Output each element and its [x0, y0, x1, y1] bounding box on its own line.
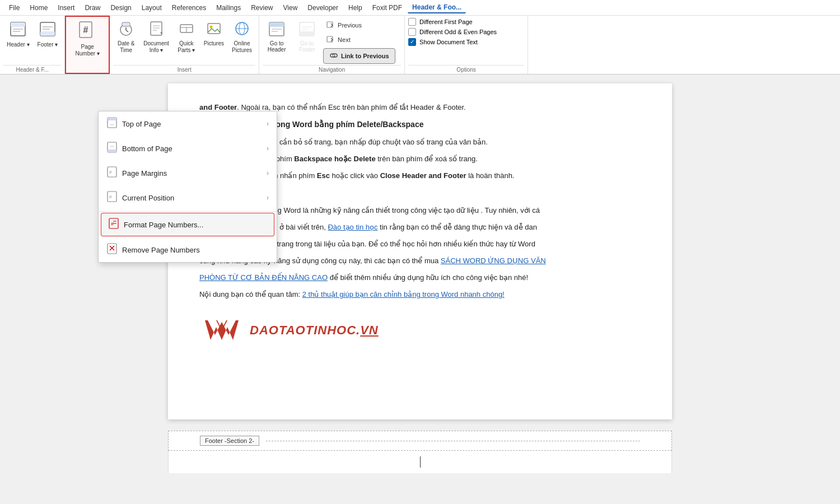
ribbon: Header ▾ Footer ▾ Header & F... # PageNu…: [0, 16, 840, 74]
footer-button[interactable]: Footer ▾: [34, 18, 62, 50]
menubar: File Home Insert Draw Design Layout Refe…: [0, 0, 840, 16]
next-icon: [326, 35, 335, 44]
menu-view[interactable]: View: [279, 3, 302, 13]
svg-text:▾: ▾: [160, 30, 163, 36]
page-number-button[interactable]: # PageNumber ▾: [71, 18, 104, 59]
menu-draw[interactable]: Draw: [80, 3, 105, 13]
header-footer-ribbon-group: Header ▾ Footer ▾ Header & F...: [0, 16, 65, 74]
page-margins-label: Page Margins: [122, 169, 167, 178]
top-of-page-arrow: ›: [267, 120, 269, 128]
footer-area: Footer -Section 2-: [168, 431, 672, 451]
related-text: Nội dung bạn có thể quan tâm:: [199, 290, 302, 298]
book-link[interactable]: SÁCH WORD ỨNG DỤNG VĂN: [441, 256, 546, 265]
check-mark: ✓: [410, 39, 414, 45]
menu-help[interactable]: Help: [344, 3, 367, 13]
format-page-numbers-label: Format Page Numbers...: [124, 221, 203, 229]
show-document-text-box[interactable]: ✓: [408, 38, 416, 46]
daotao-link[interactable]: Đào tạo tin học: [328, 223, 377, 231]
pictures-icon: [206, 20, 222, 39]
phong-link[interactable]: PHÒNG TỪ CƠ BẢN ĐẾN NÂNG CAO: [199, 273, 328, 282]
different-first-page-box[interactable]: [408, 18, 416, 26]
menu-file[interactable]: File: [4, 3, 24, 13]
svg-text:#: #: [111, 221, 114, 227]
link-to-previous-button[interactable]: Link to Previous: [323, 48, 395, 64]
go-to-footer-button[interactable]: Go toFooter: [293, 18, 321, 55]
navigation-ribbon-group: Go toHeader Go toFooter Previous: [259, 16, 405, 74]
dropdown-top-of-page[interactable]: — Top of Page ›: [99, 111, 277, 136]
previous-button[interactable]: Previous: [323, 19, 395, 31]
dropdown-bottom-of-page[interactable]: — Bottom of Page ›: [99, 136, 277, 161]
dropdown-format-page-numbers[interactable]: # Format Page Numbers...: [101, 213, 274, 236]
buoc2-bold: Backspace hoặc Delete: [294, 155, 375, 163]
menu-mailings[interactable]: Mailings: [212, 3, 245, 13]
dropdown-current-position[interactable]: # Current Position ›: [99, 185, 277, 210]
bottom-of-page-arrow: ›: [267, 144, 269, 152]
buoc3-rest2: hoặc click vào: [332, 171, 380, 180]
logo-text: DAOTAOTINHOC.VN: [250, 320, 379, 340]
menu-layout[interactable]: Layout: [137, 3, 166, 13]
buoc3-close: Close Header and Footer: [380, 171, 466, 180]
pn-buttons: # PageNumber ▾: [71, 18, 104, 69]
go-to-header-button[interactable]: Go toHeader: [263, 18, 291, 55]
menu-insert[interactable]: Insert: [53, 3, 79, 13]
online-pictures-label: OnlinePictures: [232, 40, 252, 54]
different-odd-even-box[interactable]: [408, 28, 416, 36]
para1-rest: . Ngoài ra, bạn có thể nhấn Esc trên bàn…: [237, 103, 466, 111]
hf-group-label: Header & F...: [3, 65, 61, 73]
menu-foxit[interactable]: Foxit PDF: [368, 3, 407, 13]
date-time-button[interactable]: Date &Time: [113, 18, 139, 56]
page-number-ribbon-group: # PageNumber ▾: [65, 16, 110, 74]
para1-bold: and Footer: [199, 103, 237, 111]
conc-text7: để biết thêm nhiều ứng dụng hữu ích cho …: [330, 273, 529, 282]
pn-group-label: [71, 71, 104, 72]
svg-rect-38: [108, 118, 116, 120]
svg-rect-32: [300, 31, 314, 36]
show-document-text-checkbox[interactable]: ✓ Show Document Text: [408, 38, 497, 46]
menu-review[interactable]: Review: [246, 3, 277, 13]
different-first-page-checkbox[interactable]: Different First Page: [408, 18, 497, 26]
svg-point-23: [209, 26, 212, 29]
dropdown-page-margins[interactable]: # Page Margins ›: [99, 161, 277, 185]
svg-text:#: #: [109, 194, 112, 199]
pictures-button[interactable]: Pictures: [200, 18, 227, 49]
conc-text1b: á: [536, 206, 540, 214]
svg-rect-1: [11, 22, 25, 27]
document-info-button[interactable]: ▾ DocumentInfo ▾: [140, 18, 172, 56]
text-cursor: [420, 456, 421, 468]
different-first-page-label: Different First Page: [419, 18, 473, 25]
page-number-icon: #: [77, 20, 97, 43]
menu-references[interactable]: References: [167, 3, 211, 13]
menu-header-footer[interactable]: Header & Foo...: [408, 2, 466, 13]
footer-label: Footer ▾: [38, 41, 58, 48]
menu-developer[interactable]: Developer: [303, 3, 343, 13]
show-document-text-label: Show Document Text: [419, 39, 478, 45]
header-button[interactable]: Header ▾: [3, 18, 33, 50]
link-to-previous-label: Link to Previous: [341, 53, 389, 59]
bottom-of-page-icon: —: [106, 142, 118, 155]
page-number-dropdown: — Top of Page › — Bottom of Page › # Pag…: [98, 111, 277, 263]
related-link[interactable]: 2 thủ thuật giúp bạn căn chỉnh bảng tron…: [302, 290, 505, 298]
logo-main: DAOTAOTINHOC.: [250, 320, 360, 340]
options-ribbon-group: Different First Page Different Odd & Eve…: [405, 16, 528, 74]
quick-parts-label: QuickParts ▾: [178, 40, 195, 54]
insert-ribbon-group: Date &Time ▾ DocumentInfo ▾ QuickParts ▾…: [110, 16, 259, 74]
next-button[interactable]: Next: [323, 34, 395, 46]
menu-home[interactable]: Home: [25, 3, 52, 13]
svg-text:#: #: [109, 170, 112, 175]
quick-parts-icon: [178, 20, 195, 39]
remove-page-numbers-label: Remove Page Numbers: [122, 246, 200, 254]
previous-label: Previous: [338, 22, 362, 29]
page-margins-icon: #: [106, 166, 118, 180]
dropdown-remove-page-numbers[interactable]: Remove Page Numbers: [99, 237, 277, 262]
svg-rect-5: [40, 31, 55, 36]
online-pictures-button[interactable]: OnlinePictures: [228, 18, 255, 56]
page-number-label: PageNumber ▾: [76, 44, 100, 57]
quick-parts-button[interactable]: QuickParts ▾: [174, 18, 199, 56]
buoc3-end: là hoàn thành.: [468, 171, 514, 180]
buoc3-esc: Esc: [317, 171, 330, 180]
different-odd-even-checkbox[interactable]: Different Odd & Even Pages: [408, 28, 497, 36]
options-checkboxes: Different First Page Different Odd & Eve…: [408, 18, 497, 64]
conclusion-para5: PHÒNG TỪ CƠ BẢN ĐẾN NÂNG CAO để biết thê…: [199, 272, 641, 284]
svg-rect-41: [108, 150, 116, 152]
menu-design[interactable]: Design: [106, 3, 136, 13]
